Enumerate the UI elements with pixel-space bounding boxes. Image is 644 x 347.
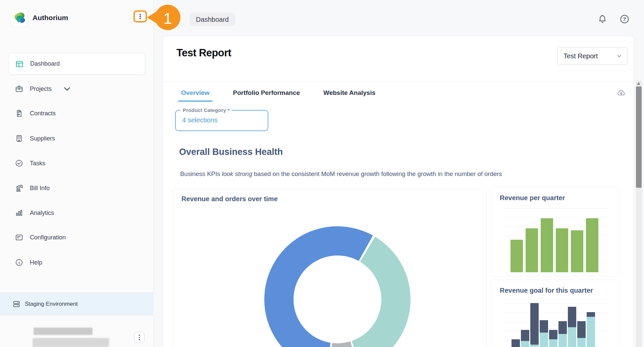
sidebar-item-label: Projects <box>30 85 52 93</box>
sidebar-item-analytics[interactable]: Analytics <box>8 204 145 222</box>
breadcrumb-dashboard-pill[interactable]: Dashboard <box>190 13 235 26</box>
sidebar-item-label: Dashboard <box>30 60 60 67</box>
report-panel: Test Report Test Report Overview Portfol… <box>163 36 634 347</box>
staging-environment-banner[interactable]: Staging Environment <box>0 293 154 315</box>
notifications-bell-icon[interactable] <box>598 14 607 24</box>
italic-phrase: look strong <box>222 170 252 177</box>
tab-website-analysis[interactable]: Website Analysis <box>320 87 378 102</box>
sidebar-item-label: Configuration <box>30 234 66 241</box>
quarter-bar <box>571 230 583 272</box>
goal-bar-plot <box>503 303 608 347</box>
briefcase-icon <box>15 84 23 93</box>
chevron-down-icon <box>63 84 71 93</box>
sidebar: Authorium Dashboard Projects Contracts S… <box>0 0 154 347</box>
card-revenue-per-quarter: Revenue per quarter <box>491 187 619 276</box>
sidebar-item-tasks[interactable]: Tasks <box>8 154 145 172</box>
svg-text:?: ? <box>623 16 626 22</box>
sidebar-item-label: Tasks <box>30 160 45 167</box>
profile-menu-button[interactable] <box>134 332 145 343</box>
header-divider <box>163 81 634 81</box>
sidebar-item-label: Suppliers <box>30 135 55 142</box>
staging-environment-label: Staging Environment <box>25 301 78 307</box>
product-category-label: Product Category * <box>180 107 232 113</box>
blurred-user-email <box>33 338 109 347</box>
section-heading: Overall Business Health <box>179 147 283 157</box>
contract-document-icon <box>15 109 23 118</box>
quarter-bar <box>541 218 553 273</box>
quarter-bar <box>526 228 538 272</box>
sidebar-item-suppliers[interactable]: Suppliers <box>8 129 145 148</box>
product-category-value: 4 selections <box>182 116 218 124</box>
building-icon <box>15 134 23 143</box>
scrollbar-up-arrow[interactable] <box>637 82 640 85</box>
brand: Authorium <box>11 9 68 26</box>
check-circle-icon <box>15 159 23 168</box>
sidebar-item-label: Analytics <box>30 210 54 217</box>
cloud-download-icon[interactable] <box>616 88 626 98</box>
annotation-step-number: 1 <box>163 9 172 27</box>
server-stack-icon <box>12 300 21 308</box>
tab-portfolio-performance[interactable]: Portfolio Performance <box>230 87 303 102</box>
goal-stacked-bar <box>577 321 586 347</box>
authorium-logo-icon <box>11 9 28 26</box>
sidebar-item-label: Help <box>30 259 42 266</box>
quarter-bar <box>586 218 598 273</box>
sidebar-item-label: Bill Info <box>30 185 50 192</box>
sidebar-item-configuration[interactable]: Configuration <box>8 228 145 246</box>
goal-stacked-bar <box>530 303 539 347</box>
settings-card-icon <box>15 233 23 242</box>
goal-stacked-bar <box>587 312 595 347</box>
quarter-bar <box>556 228 568 272</box>
sidebar-item-contracts[interactable]: Contracts <box>8 104 145 122</box>
help-question-icon[interactable]: ? <box>620 14 630 24</box>
dashboard-panel-icon <box>15 60 24 68</box>
bar-chart-icon <box>15 209 23 217</box>
goal-stacked-bar <box>512 339 520 347</box>
sidebar-item-dashboard[interactable]: Dashboard <box>8 53 145 75</box>
sidebar-menu-kebab-button-highlighted[interactable] <box>133 10 147 22</box>
goal-stacked-bar <box>568 307 576 347</box>
card-title: Revenue per quarter <box>500 194 565 202</box>
sidebar-item-projects[interactable]: Projects <box>8 80 145 98</box>
goal-stacked-bar <box>558 321 567 347</box>
tab-overview[interactable]: Overview <box>178 87 213 102</box>
card-revenue-goal: Revenue goal for this quarter <box>491 280 619 347</box>
scrollbar-thumb[interactable] <box>636 86 642 188</box>
sidebar-item-label: Contracts <box>30 110 56 117</box>
section-description: Business KPIs look strong based on the c… <box>180 170 502 178</box>
donut-chart <box>264 226 411 347</box>
page-title: Test Report <box>176 47 231 59</box>
report-tabs: Overview Portfolio Performance Website A… <box>178 87 378 102</box>
avatar <box>8 325 31 347</box>
card-title: Revenue and orders over time <box>181 195 278 203</box>
sidebar-item-help[interactable]: Help <box>8 253 145 272</box>
chevron-down-icon <box>616 53 622 59</box>
goal-stacked-bar <box>549 330 557 347</box>
goal-stacked-bar <box>540 320 548 347</box>
card-title: Revenue goal for this quarter <box>500 287 593 294</box>
report-selector-value: Test Report <box>564 52 598 60</box>
info-circle-icon <box>15 258 23 267</box>
product-category-filter[interactable]: Product Category * 4 selections <box>175 110 268 131</box>
quarter-bar-plot <box>503 208 608 272</box>
report-selector-dropdown[interactable]: Test Report <box>557 47 628 65</box>
bank-search-icon <box>15 184 23 192</box>
quarter-bar <box>511 240 523 272</box>
card-revenue-orders-over-time: Revenue and orders over time <box>172 188 487 347</box>
goal-stacked-bar <box>521 330 529 347</box>
sidebar-item-bill-info[interactable]: Bill Info <box>8 179 145 197</box>
app-name: Authorium <box>33 14 68 22</box>
blurred-user-name <box>34 328 93 335</box>
